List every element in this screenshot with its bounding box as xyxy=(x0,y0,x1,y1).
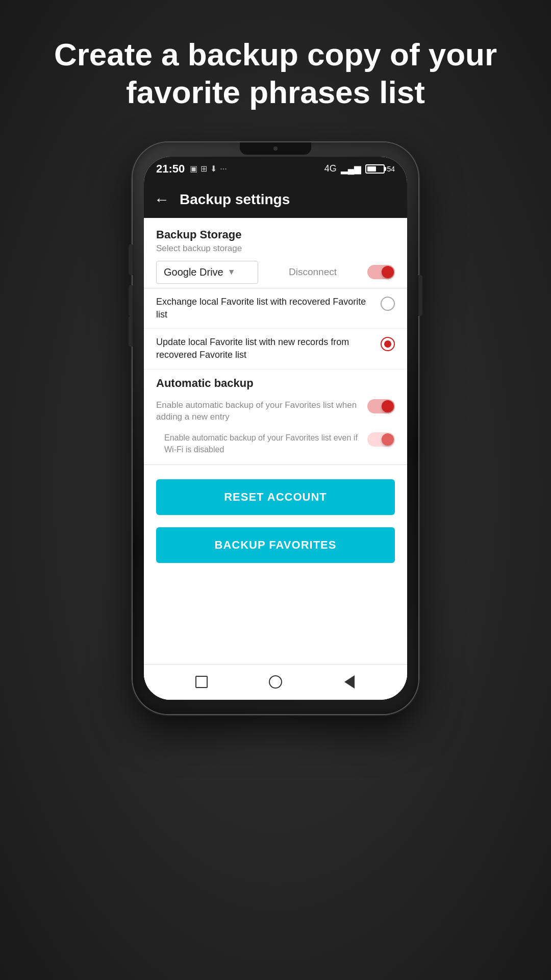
dropdown-value: Google Drive xyxy=(164,266,223,278)
backup-storage-title: Backup Storage xyxy=(156,228,395,241)
status-time: 21:50 xyxy=(156,162,185,176)
status-bar: 21:50 ▣ ⊞ ⬇ ··· 4G ▂▄▆ 54 xyxy=(144,157,407,181)
auto-backup-toggle-row-1: Enable automatic backup of your Favorite… xyxy=(156,396,395,430)
app-bar: ← Backup settings xyxy=(144,181,407,218)
signal-icon: 4G xyxy=(324,163,337,174)
back-nav-icon xyxy=(344,675,355,689)
backup-favorites-button[interactable]: BACKUP FAVORITES xyxy=(156,527,395,563)
home-button[interactable] xyxy=(266,673,285,691)
radio-option-1-text: Exchange local Favorite list with recove… xyxy=(156,296,374,321)
backup-storage-subtitle: Select backup storage xyxy=(156,243,395,254)
gamepad-icon: ⊞ xyxy=(201,164,207,174)
auto-backup-toggle-1[interactable] xyxy=(367,399,395,413)
storage-dropdown[interactable]: Google Drive ▼ xyxy=(156,261,258,284)
phone-body: 21:50 ▣ ⊞ ⬇ ··· 4G ▂▄▆ 54 xyxy=(133,142,418,714)
hero-title: Create a backup copy of your favorite ph… xyxy=(0,0,551,137)
toggle-1-knob xyxy=(382,400,394,412)
radio-option-2-text: Update local Favorite list with new reco… xyxy=(156,336,374,361)
hero-section: Create a backup copy of your favorite ph… xyxy=(0,0,551,137)
auto-backup-toggle-2-text: Enable automatic backup of your Favorite… xyxy=(156,432,361,455)
phone-mockup: 21:50 ▣ ⊞ ⬇ ··· 4G ▂▄▆ 54 xyxy=(133,142,418,714)
toggle-2-knob xyxy=(382,433,394,446)
reset-account-button[interactable]: RESET ACCOUNT xyxy=(156,479,395,515)
radio-option-2-button[interactable] xyxy=(381,337,395,351)
battery-percent: 54 xyxy=(387,165,395,173)
battery-container: 54 xyxy=(365,164,395,174)
auto-backup-title: Automatic backup xyxy=(156,377,395,390)
auto-backup-toggle-2[interactable] xyxy=(367,432,395,447)
storage-toggle[interactable] xyxy=(367,265,395,279)
storage-dropdown-row: Google Drive ▼ Disconnect xyxy=(156,261,395,284)
phone-notch xyxy=(240,142,311,155)
dropdown-arrow-icon: ▼ xyxy=(228,267,236,277)
signal-bars-icon: ▂▄▆ xyxy=(341,163,362,175)
phone-screen: 21:50 ▣ ⊞ ⬇ ··· 4G ▂▄▆ 54 xyxy=(144,157,407,700)
notification-icon: ▣ xyxy=(190,164,197,174)
radio-row-1[interactable]: Exchange local Favorite list with recove… xyxy=(144,288,407,329)
recent-apps-button[interactable] xyxy=(192,673,211,691)
more-icon: ··· xyxy=(220,164,227,174)
battery-fill xyxy=(367,166,375,172)
auto-backup-toggle-1-text: Enable automatic backup of your Favorite… xyxy=(156,399,361,424)
download-icon: ⬇ xyxy=(210,164,217,174)
back-nav-button[interactable] xyxy=(340,673,359,691)
status-right: 4G ▂▄▆ 54 xyxy=(324,163,395,175)
nav-bar xyxy=(144,664,407,700)
auto-backup-toggle-row-2: Enable automatic backup of your Favorite… xyxy=(156,429,395,461)
recent-apps-icon xyxy=(195,676,208,688)
radio-row-2[interactable]: Update local Favorite list with new reco… xyxy=(144,329,407,369)
status-icons: ▣ ⊞ ⬇ ··· xyxy=(190,164,227,174)
disconnect-button[interactable]: Disconnect xyxy=(289,266,337,278)
notch-dot xyxy=(273,146,278,151)
home-icon xyxy=(269,675,282,689)
buttons-area: RESET ACCOUNT BACKUP FAVORITES xyxy=(144,465,407,577)
content-spacer xyxy=(144,577,407,664)
auto-backup-section: Automatic backup Enable automatic backup… xyxy=(144,370,407,465)
app-bar-title: Backup settings xyxy=(180,191,290,208)
content-area: Backup Storage Select backup storage Goo… xyxy=(144,218,407,700)
status-left: 21:50 ▣ ⊞ ⬇ ··· xyxy=(156,162,227,176)
back-button[interactable]: ← xyxy=(154,191,169,208)
backup-storage-section: Backup Storage Select backup storage Goo… xyxy=(144,218,407,288)
battery-icon xyxy=(365,164,385,174)
radio-option-1-button[interactable] xyxy=(381,297,395,311)
